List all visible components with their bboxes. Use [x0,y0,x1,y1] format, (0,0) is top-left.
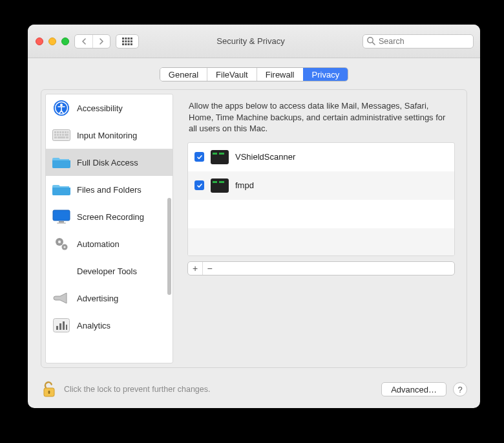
sidebar-item-label: Accessibility [77,103,123,113]
chevron-right-icon [98,38,105,45]
svg-point-37 [58,241,61,243]
svg-rect-23 [67,131,68,133]
sidebar-item-label: Automation [77,239,120,249]
svg-rect-32 [53,210,70,221]
minimize-window-button[interactable] [48,38,56,45]
sidebar-item-input-monitoring[interactable]: Input Monitoring [46,122,173,149]
chevron-left-icon [81,38,87,45]
prefs-window: Security & Privacy General FileVault Fir… [28,25,480,408]
sidebar-item-label: Analytics [77,321,110,330]
sidebar-item-label: Files and Folders [77,185,142,195]
footer: Click the lock to prevent further change… [28,378,480,408]
app-name: VShieldScanner [235,152,295,162]
svg-rect-40 [56,326,58,330]
svg-rect-30 [58,136,65,138]
show-all-prefs-button[interactable] [116,34,139,49]
svg-rect-2 [128,38,130,39]
svg-rect-27 [62,134,64,136]
tab-firewall[interactable]: Firewall [257,68,303,81]
sidebar-item-advertising[interactable]: Advertising [46,285,173,312]
svg-rect-41 [59,323,61,330]
toolbar: Security & Privacy [28,25,480,58]
app-checkbox[interactable] [194,152,204,162]
allowed-apps-list[interactable]: VShieldScanner fmpd [187,142,455,256]
sidebar-item-full-disk-access[interactable]: Full Disk Access [46,149,173,176]
add-app-button[interactable]: + [188,262,202,275]
svg-rect-8 [122,43,124,45]
display-icon [52,208,70,226]
megaphone-icon [52,289,70,307]
tabs: General FileVault Firewall Privacy [160,67,348,81]
keyboard-icon [52,126,70,144]
svg-rect-33 [59,221,64,222]
app-row-empty [188,200,454,228]
barchart-icon [52,316,70,334]
svg-point-38 [63,246,65,248]
tab-filevault[interactable]: FileVault [207,68,257,81]
svg-rect-7 [131,40,132,42]
question-icon: ? [457,385,462,394]
svg-rect-29 [54,136,57,138]
terminal-app-icon [211,178,229,193]
search-input[interactable] [362,34,474,49]
sidebar-item-accessibility[interactable]: Accessibility [46,94,173,122]
svg-rect-34 [57,222,66,224]
grid-icon [122,38,132,45]
folder-icon [52,180,70,199]
app-row[interactable]: fmpd [188,171,454,200]
tab-privacy[interactable]: Privacy [303,68,348,81]
remove-app-button[interactable]: − [202,262,216,275]
svg-rect-31 [66,136,68,138]
app-checkbox[interactable] [194,180,204,190]
svg-rect-21 [62,131,64,133]
privacy-category-list[interactable]: Accessibility Input Monitoring [45,94,173,363]
svg-rect-19 [57,131,59,133]
unlocked-lock-icon [42,381,56,398]
svg-rect-18 [54,131,56,133]
nav-back-button[interactable] [75,35,92,48]
sidebar-item-label: Developer Tools [77,266,137,276]
svg-rect-3 [131,38,132,39]
plus-icon: + [193,263,198,274]
svg-rect-5 [125,40,127,42]
svg-rect-25 [57,134,59,136]
svg-rect-26 [59,134,61,136]
svg-rect-6 [128,40,130,42]
zoom-window-button[interactable] [61,38,69,45]
svg-rect-0 [122,38,124,39]
checkmark-icon [196,182,203,189]
svg-rect-22 [65,131,67,133]
privacy-pane: Accessibility Input Monitoring [41,89,467,368]
tab-general[interactable]: General [160,68,207,81]
sidebar-item-analytics[interactable]: Analytics [46,312,173,339]
close-window-button[interactable] [36,38,43,45]
lock-note: Click the lock to prevent further change… [64,385,375,394]
window-title: Security & Privacy [144,36,357,46]
svg-line-13 [372,42,375,45]
tab-row: General FileVault Firewall Privacy [28,58,480,88]
folder-icon [52,153,70,171]
add-remove-buttons: + − [187,261,455,276]
nav-forward-button[interactable] [92,35,110,48]
privacy-detail: Allow the apps below to access data like… [180,94,463,363]
help-button[interactable]: ? [453,382,467,396]
svg-rect-1 [125,38,127,39]
sidebar-item-screen-recording[interactable]: Screen Recording [46,203,173,230]
sidebar-item-developer-tools[interactable]: Developer Tools [46,257,173,285]
privacy-description: Allow the apps below to access data like… [180,94,463,142]
sidebar-item-label: Input Monitoring [77,131,137,140]
lock-button[interactable] [41,380,58,399]
sidebar-item-label: Screen Recording [77,212,144,222]
svg-rect-42 [63,321,65,330]
svg-rect-4 [122,40,124,42]
nav-back-forward [74,34,110,49]
sidebar-item-files-and-folders[interactable]: Files and Folders [46,176,173,203]
minus-icon: − [207,263,212,274]
app-row-empty [188,228,454,256]
sidebar-item-label: Full Disk Access [77,158,138,167]
svg-rect-11 [131,43,132,45]
advanced-button[interactable]: Advanced… [381,382,446,396]
svg-rect-43 [66,325,67,330]
sidebar-item-automation[interactable]: Automation [46,230,173,257]
app-row[interactable]: VShieldScanner [188,143,454,171]
